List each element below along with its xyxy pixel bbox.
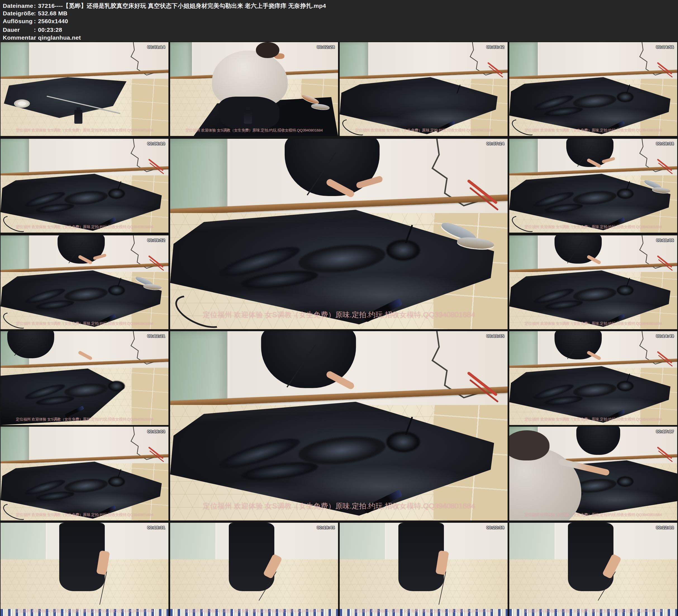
watermark-text: 定位福州 欢迎体验 女S调教（女生免费）原味.定拍.约玩.招收女模特.QQ394… (1, 128, 168, 133)
thumbnail-photo (170, 523, 338, 616)
frame-timestamp: 00:06:10 (147, 141, 165, 146)
video-frame: 定位福州 欢迎体验 女S调教（女生免费）原味.定拍.约玩.招收女模特.QQ394… (340, 523, 507, 616)
frame-timestamp: 00:19:45 (317, 525, 335, 530)
video-frame: 定位福州 欢迎体验 女S调教（女生免费）原味.定拍.约玩.招收女模特.QQ394… (509, 427, 677, 521)
metadata-separator: : (32, 10, 38, 17)
watermark-text: 定位福州 欢迎体验 女S调教（女生免费）原味.定拍.约玩.招收女模特.QQ394… (1, 417, 168, 422)
metadata-row: Dauer:00:23:28 (3, 27, 62, 33)
video-frame: 定位福州 欢迎体验 女S调教（女生免费）原味.定拍.约玩.招收女模特.QQ394… (509, 139, 677, 233)
watermark-text: 定位福州 欢迎体验 女S调教（女生免费）原味.定拍.约玩.招收女模特.QQ394… (509, 512, 677, 517)
thumbnail-photo (170, 42, 338, 136)
frame-timestamp: 00:16:03 (147, 429, 165, 434)
man-head (256, 42, 279, 58)
metadata-separator: : (32, 2, 38, 9)
frame-timestamp: 00:12:21 (147, 334, 165, 338)
metadata-label: Kommentar (3, 34, 32, 41)
tile-floor (131, 368, 168, 425)
watermark-text: 定位福州 欢迎体验 女S调教（女生免费）原味.定拍.约玩.招收女模特.QQ394… (509, 321, 677, 326)
frame-timestamp: 00:13:35 (486, 334, 504, 338)
thumbnail-photo (509, 139, 677, 233)
metadata-row: Dateigröße:532.68 MB (3, 10, 67, 17)
thumbnail-photo (509, 523, 677, 616)
watermark-text: 定位福州 欢迎体验 女S调教（女生免费）原味.定拍.约玩.招收女模特.QQ394… (509, 417, 677, 422)
frame-timestamp: 00:08:38 (656, 141, 674, 146)
metadata-value: 2560x1440 (38, 18, 68, 25)
thumbnail-photo (340, 523, 507, 616)
metadata-separator: : (32, 34, 38, 41)
video-frame: 定位福州 欢迎体验 女S调教（女生免费）原味.定拍.约玩.招收女模特.QQ394… (1, 331, 168, 425)
frame-timestamp: 00:20:59 (486, 525, 504, 530)
video-frame: 定位福州 欢迎体验 女S调教（女生免费）原味.定拍.约玩.招收女模特.QQ394… (340, 42, 507, 136)
video-contact-sheet: Dateiname:37216----【觅晔】还得是乳胶真空床好玩 真空状态下小… (0, 0, 678, 616)
video-frame: 定位福州 欢迎体验 女S调教（女生免费）原味.定拍.约玩.招收女模特.QQ394… (170, 331, 507, 521)
video-frame: 定位福州 欢迎体验 女S调教（女生免费）原味.定拍.约玩.招收女模特.QQ394… (170, 42, 338, 136)
watermark-text: 定位福州 欢迎体验 女S调教（女生免费）原味.定拍.约玩.招收女模特.QQ394… (1, 225, 168, 230)
metadata-row: Kommentar:qinglanhua.net (3, 34, 81, 41)
video-frame: 定位福州 欢迎体验 女S调教（女生免费）原味.定拍.约玩.招收女模特.QQ394… (1, 427, 168, 521)
frame-timestamp: 00:04:56 (656, 44, 674, 49)
metadata-row: Dateiname:37216----【觅晔】还得是乳胶真空床好玩 真空状态下小… (3, 2, 326, 10)
standing-man-figure (229, 523, 274, 591)
watermark-text: 定位福州 欢迎体验 女S调教（女生免费）原味.定拍.约玩.招收女模特.QQ394… (509, 609, 677, 614)
body-outline-head (386, 240, 420, 261)
body-outline-head (617, 476, 634, 487)
metadata-row: Auflösung:2560x1440 (3, 18, 68, 25)
video-frame: 定位福州 欢迎体验 女S调教（女生免费）原味.定拍.约玩.招收女模特.QQ394… (509, 235, 677, 329)
standing-man-figure (568, 523, 613, 591)
watermark-text: 定位福州 欢迎体验 女S调教（女生免费）原味.定拍.约玩.招收女模特.QQ394… (340, 609, 507, 614)
metadata-label: Dateiname (3, 2, 32, 9)
video-frame: 定位福州 欢迎体验 女S调教（女生免费）原味.定拍.约玩.招收女模特.QQ394… (1, 42, 168, 136)
thumbnail-photo (340, 42, 507, 136)
thumbnail-photo (509, 235, 677, 329)
video-frame: 定位福州 欢迎体验 女S调教（女生免费）原味.定拍.约玩.招收女模特.QQ394… (1, 139, 168, 233)
watermark-text: 定位福州 欢迎体验 女S调教（女生免费）原味.定拍.约玩.招收女模特.QQ394… (170, 501, 507, 511)
metadata-label: Dateigröße (3, 10, 32, 17)
frame-timestamp: 00:02:28 (317, 44, 335, 49)
thumbnail-photo (509, 427, 677, 521)
watermark-text: 定位福州 欢迎体验 女S调教（女生免费）原味.定拍.约玩.招收女模特.QQ394… (340, 128, 507, 133)
metadata-value: 00:23:28 (38, 27, 62, 33)
thumbnail-photo (1, 523, 168, 616)
body-outline-head (617, 189, 634, 199)
spray-bottle (74, 110, 82, 124)
watermark-text: 定位福州 欢迎体验 女S调教（女生免费）原味.定拍.约玩.招收女模特.QQ394… (509, 128, 677, 133)
video-frame: 定位福州 欢迎体验 女S调教（女生免费）原味.定拍.约玩.招收女模特.QQ394… (509, 523, 677, 616)
video-frame: 定位福州 欢迎体验 女S调教（女生免费）原味.定拍.约玩.招收女模特.QQ394… (170, 523, 338, 616)
video-frame: 定位福州 欢迎体验 女S调教（女生免费）原味.定拍.约玩.招收女模特.QQ394… (1, 523, 168, 616)
body-outline-head (617, 381, 634, 391)
metadata-separator: : (32, 18, 38, 25)
frame-timestamp: 00:22:13 (656, 525, 674, 530)
tile-floor (131, 79, 168, 136)
watermark-text: 定位福州 欢迎体验 女S调教（女生免费）原味.定拍.约玩.招收女模特.QQ394… (509, 225, 677, 230)
metadata-label: Dauer (3, 27, 32, 33)
frame-timestamp: 00:01:14 (147, 44, 165, 49)
metadata-value: 532.68 MB (38, 10, 67, 17)
watermark-text: 定位福州 欢迎体验 女S调教（女生免费）原味.定拍.约玩.招收女模特.QQ394… (1, 512, 168, 517)
metadata-value: 37216----【觅晔】还得是乳胶真空床好玩 真空状态下小姐姐身材完美勾勒出来… (38, 2, 326, 10)
watermark-text: 定位福州 欢迎体验 女S调教（女生免费）原味.定拍.约玩.招收女模特.QQ394… (170, 310, 507, 320)
thumbnail-photo (1, 139, 168, 233)
watermark-text: 定位福州 欢迎体验 女S调教（女生免费）原味.定拍.约玩.招收女模特.QQ394… (1, 609, 168, 614)
thumbnail-photo (170, 331, 507, 521)
tape-roll (14, 100, 30, 108)
video-frame: 定位福州 欢迎体验 女S调教（女生免费）原味.定拍.约玩.招收女模特.QQ394… (509, 42, 677, 136)
watermark-text: 定位福州 欢迎体验 女S调教（女生免费）原味.定拍.约玩.招收女模特.QQ394… (1, 321, 168, 326)
body-outline-head (108, 285, 125, 296)
standing-man-figure (399, 523, 444, 591)
frame-timestamp: 00:17:17 (656, 429, 674, 434)
thumbnail-photo (1, 42, 168, 136)
metadata-separator: : (32, 27, 38, 33)
body-outline-head (386, 431, 420, 452)
watermark-text: 定位福州 欢迎体验 女S调教（女生免费）原味.定拍.约玩.招收女模特.QQ394… (170, 609, 338, 614)
body-outline-head (108, 189, 125, 199)
watermark-text: 定位福州 欢迎体验 女S调教（女生免费）原味.定拍.约玩.招收女模特.QQ394… (170, 128, 338, 133)
standing-man-figure (59, 523, 105, 591)
man-head (509, 430, 550, 460)
video-frame: 定位福州 欢迎体验 女S调教（女生免费）原味.定拍.约玩.招收女模特.QQ394… (170, 139, 507, 329)
thumbnail-photo (170, 139, 507, 329)
metadata-header: Dateiname:37216----【觅晔】还得是乳胶真空床好玩 真空状态下小… (0, 0, 678, 42)
video-frame: 定位福州 欢迎体验 女S调教（女生免费）原味.定拍.约玩.招收女模特.QQ394… (1, 235, 168, 329)
metadata-value: qinglanhua.net (38, 34, 81, 41)
thumbnail-photo (1, 427, 168, 521)
body-outline-head (108, 476, 125, 487)
